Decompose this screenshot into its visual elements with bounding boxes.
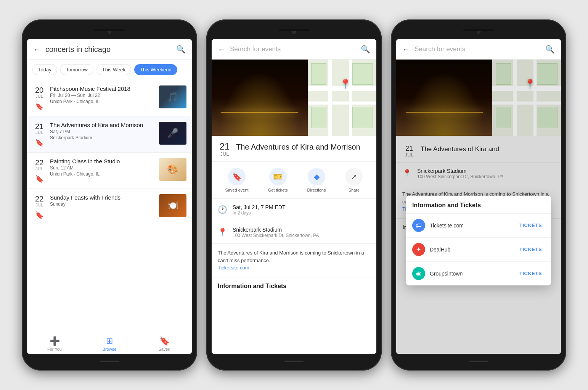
search-placeholder[interactable]: Search for events [414,45,545,53]
datetime-section: 🕐 Sat, Jul 21, 7 PM EDT in 2 days [212,199,376,221]
event-item-kira[interactable]: 21 JUL 🔖 The Adventures of Kira and Morr… [27,116,192,153]
ticket-row-ticketsite[interactable]: 🏷 Ticketsite.com TICKETS [406,213,551,237]
event-date: 20 JUL 🔖 [32,85,46,111]
home-button[interactable] [284,361,304,362]
ticket-row-dealhub[interactable]: ✦ DealHub TICKETS [406,237,551,261]
crowd-bg [212,60,308,136]
map-road [513,60,517,136]
nav-saved[interactable]: 🔖 Saved [137,333,192,354]
ticketsite-icon: 🏷 [412,219,425,232]
phone-1: ← concerts in chicago 🔍 Today Tomorrow T… [22,19,197,371]
event-hero: 📍 [212,60,376,136]
map-image: 📍 [308,60,376,136]
event-info: The Adventures of Kira and Morrison Sat,… [50,122,155,140]
speaker [94,29,125,31]
back-button[interactable]: ← [33,45,41,54]
tickets-button-groupsintown[interactable]: TICKETS [516,269,545,278]
bookmark-icon[interactable]: 🔖 [35,102,43,111]
search-icon[interactable]: 🔍 [545,45,555,54]
stage-light [406,112,483,113]
browse-icon: ⊞ [106,336,113,346]
event-description: The Adventures of Kira and Morrison is c… [212,244,376,277]
event-item-pitchspoon[interactable]: 20 JUL 🔖 Pitchspoon Music Festival 2018 … [27,80,192,116]
event-info: Painting Class in the Studio Sun, 12 AM … [50,158,155,177]
speaker [463,29,494,31]
filter-this-week[interactable]: This Week [96,64,131,75]
event-date: 22 JUL 🔖 [32,158,46,183]
search-header: ← Search for events 🔍 [212,39,376,60]
event-name: Pitchspoon Music Festival 2018 [50,85,155,92]
crowd-bg [396,60,492,136]
filter-tomorrow[interactable]: Tomorrow [60,64,93,75]
back-button[interactable]: ← [402,45,410,54]
back-button[interactable]: ← [218,45,225,54]
event-name: Painting Class in the Studio [50,158,155,164]
event-item-painting[interactable]: 22 JUL 🔖 Painting Class in the Studio Su… [27,153,192,189]
event-date: 22 JUL 🔖 [32,194,46,219]
ticket-popup-title: Information and Tickets [406,195,551,213]
map-block [537,107,557,128]
nav-for-you[interactable]: ➕ For You [27,333,82,354]
event-time: Fri, Jul 20 — Sun, Jul 22 [50,93,155,98]
event-thumbnail [159,122,186,145]
venue-content: Snickerpark Stadium 100 West Snickerpark… [233,227,319,238]
bookmark-icon[interactable]: 🔖 [35,211,43,219]
event-date: 21 JUL 🔖 [32,122,46,147]
save-event-button[interactable]: 🔖 Saved event [225,168,248,192]
share-button[interactable]: ↗ Share [345,168,363,192]
bookmark-action-icon: 🔖 [232,172,242,181]
event-item-feast[interactable]: 22 JUL 🔖 Sunday Feasts with Friends Sund… [27,189,192,225]
event-detail-name: The Adventures of Kira and Morrison [236,142,360,152]
saved-icon: 🔖 [159,336,170,346]
save-icon-circle: 🔖 [228,168,246,185]
nav-browse[interactable]: ⊞ Browse [82,333,137,354]
map-image: 📍 [492,60,561,136]
search-icon[interactable]: 🔍 [361,45,370,54]
event-hero: 📍 [396,60,561,136]
datetime-content: Sat, Jul 21, 7 PM EDT in 2 days [233,204,286,216]
search-icon[interactable]: 🔍 [176,45,186,54]
for-you-icon: ➕ [50,336,60,346]
map-road [533,60,537,136]
map-block [352,63,373,85]
ticket-row-groupsintown[interactable]: ◉ Groupsintown TICKETS [406,261,551,285]
event-name: The Adventures of Kira and Morrison [50,122,155,128]
search-header: ← concerts in chicago 🔍 [27,39,192,60]
filter-today[interactable]: Today [32,64,57,75]
stage-light [221,112,298,113]
directions-icon-circle: ◆ [308,168,325,185]
dealhub-icon: ✦ [412,243,425,256]
tickets-button-ticketsite[interactable]: TICKETS [516,221,545,230]
get-tickets-button[interactable]: 🎫 Get tickets [268,168,288,192]
directions-button[interactable]: ◆ Directions [307,168,326,192]
bookmark-icon[interactable]: 🔖 [35,139,43,147]
ticketsite-link[interactable]: Ticketsite.com [218,265,249,271]
events-list: 20 JUL 🔖 Pitchspoon Music Festival 2018 … [27,80,192,333]
share-label: Share [349,188,360,192]
event-month: JUL [35,166,43,171]
info-tickets-header: Information and Tickets [212,277,376,293]
event-month: JUL [35,94,43,98]
map-road [328,60,332,136]
home-button[interactable] [100,361,119,362]
event-thumbnail [159,158,186,181]
event-venue: Union Park · Chicago, IL [50,99,155,104]
map-block [496,107,511,128]
concert-image [396,60,492,136]
bookmark-icon[interactable]: 🔖 [35,175,43,183]
event-venue: Snickerpark Stadium [50,135,155,140]
event-info: Pitchspoon Music Festival 2018 Fri, Jul … [50,85,155,104]
nav-label-browse: Browse [103,347,117,351]
tickets-button-dealhub[interactable]: TICKETS [516,245,545,254]
map-road [308,102,376,105]
event-datetime: Sat, Jul 21, 7 PM EDT [233,204,286,210]
vendor-name-ticketsite: Ticketsite.com [430,222,516,228]
map-block [311,107,326,128]
map-block [311,63,326,85]
map-pin-icon: 📍 [340,79,351,89]
filter-this-weekend[interactable]: This Weekend [134,64,177,75]
event-datetime-sub: in 2 days [233,210,286,216]
home-button[interactable] [469,361,488,362]
venue-name: Snickerpark Stadium [233,227,319,233]
search-placeholder[interactable]: Search for events [230,45,361,53]
